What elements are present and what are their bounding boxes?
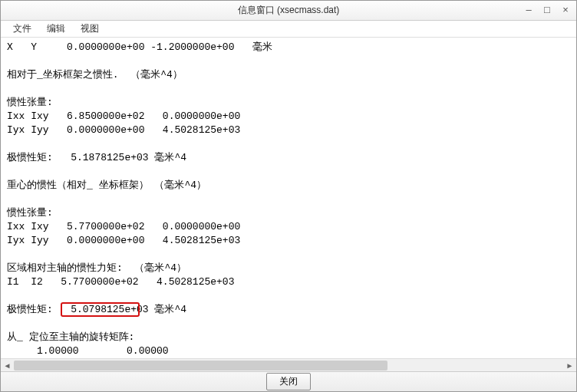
close-button[interactable]: 关闭 <box>266 373 311 390</box>
window-title: 信息窗口 (xsecmass.dat) <box>238 4 340 17</box>
content-line: 1.00000 0.00000 <box>7 345 169 357</box>
scrollbar-track[interactable] <box>14 359 563 371</box>
horizontal-scrollbar[interactable]: ◄ ► <box>1 358 576 371</box>
content-line: 从_ 定位至主轴的旋转矩阵: <box>7 331 134 343</box>
menubar: 文件 编辑 视图 <box>1 21 576 38</box>
content-line: X Y 0.0000000e+00 -1.2000000e+00 毫米 <box>7 41 272 53</box>
scrollbar-thumb[interactable] <box>14 361 387 371</box>
text-content: X Y 0.0000000e+00 -1.2000000e+00 毫米 相对于_… <box>1 38 576 358</box>
menu-file[interactable]: 文件 <box>5 21 39 37</box>
content-line: 惯性张量: <box>7 207 53 219</box>
scroll-left-icon[interactable]: ◄ <box>1 359 14 372</box>
content-line: I1 I2 5.7700000e+02 4.5028125e+03 <box>7 276 234 288</box>
scroll-right-icon[interactable]: ► <box>563 359 576 372</box>
content-line: 区域相对主轴的惯性力矩: （毫米^4） <box>7 262 186 274</box>
content-line: 惯性张量: <box>7 97 53 108</box>
content-line: Ixx Ixy 5.7700000e+02 0.0000000e+00 <box>7 221 240 232</box>
window-controls: – □ × <box>521 2 573 16</box>
maximize-button[interactable]: □ <box>539 2 555 16</box>
content-line: Ixx Ixy 6.8500000e+02 0.0000000e+00 <box>7 110 240 122</box>
content-line: Iyx Iyy 0.0000000e+00 4.5028125e+03 <box>7 124 240 136</box>
content-line: 极惯性矩: 5.1878125e+03 毫米^4 <box>7 152 186 163</box>
menu-view[interactable]: 视图 <box>73 21 107 37</box>
footer: 关闭 <box>1 371 576 391</box>
minimize-button[interactable]: – <box>521 2 536 16</box>
close-window-button[interactable]: × <box>558 2 573 16</box>
titlebar: 信息窗口 (xsecmass.dat) – □ × <box>1 1 576 21</box>
menu-edit[interactable]: 编辑 <box>39 21 73 37</box>
content-line: 重心的惯性（相对_ 坐标框架） （毫米^4） <box>7 180 206 191</box>
content-line: Iyx Iyy 0.0000000e+00 4.5028125e+03 <box>7 235 240 246</box>
content-wrapper: X Y 0.0000000e+00 -1.2000000e+00 毫米 相对于_… <box>1 38 576 358</box>
content-line: 极惯性矩: 5.0798125e+03 毫米^4 <box>7 304 186 315</box>
content-line: 相对于_坐标框架之惯性. （毫米^4） <box>7 69 183 81</box>
